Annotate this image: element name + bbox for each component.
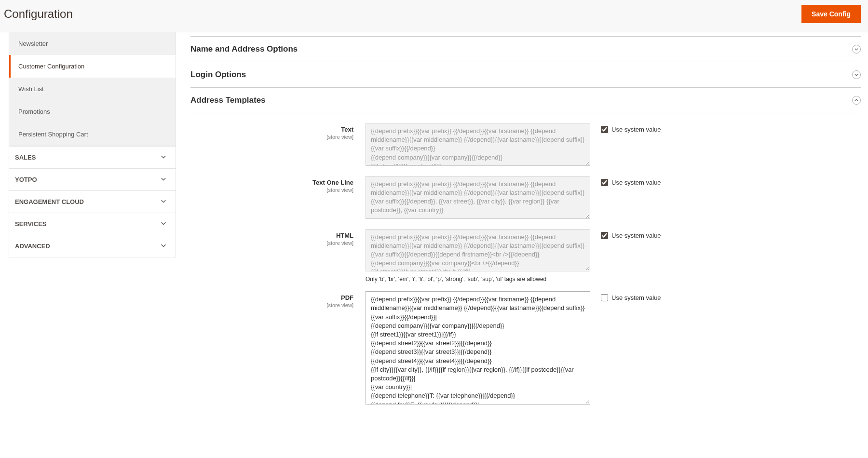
sidebar-item-wish-list[interactable]: Wish List	[9, 78, 176, 100]
scope-text: [store view]	[190, 302, 353, 308]
use-system-value-checkbox-pdf[interactable]	[601, 294, 608, 301]
label-text: HTML	[336, 232, 353, 239]
sidebar-item-promotions[interactable]: Promotions	[9, 100, 176, 123]
chevron-down-icon	[852, 70, 861, 79]
field-row-pdf: PDF [store view] Use system value	[190, 291, 861, 405]
field-row-text: Text [store view] Use system value	[190, 123, 861, 167]
section-address-templates[interactable]: Address Templates	[190, 88, 861, 113]
text-template-textarea[interactable]	[366, 123, 590, 166]
use-system-label[interactable]: Use system value	[611, 179, 661, 186]
use-system-wrap: Use system value	[590, 176, 661, 186]
save-config-button[interactable]: Save Config	[801, 5, 861, 23]
sidebar-group-label: SERVICES	[15, 220, 47, 228]
field-row-text-one-line: Text One Line [store view] Use system va…	[190, 176, 861, 220]
label-text: PDF	[341, 294, 353, 301]
scope-text: [store view]	[190, 187, 353, 193]
use-system-value-checkbox-text-one-line[interactable]	[601, 179, 608, 186]
sidebar-group-label: YOTPO	[15, 176, 37, 183]
label-text: Text One Line	[312, 179, 353, 186]
sidebar-item-newsletter[interactable]: Newsletter	[9, 32, 176, 55]
field-control	[366, 291, 590, 405]
field-label: HTML [store view]	[190, 229, 366, 246]
html-note: Only 'b', 'br', 'em', 'i', 'li', 'ol', '…	[366, 276, 590, 283]
label-text: Text	[341, 126, 353, 133]
section-title: Name and Address Options	[190, 44, 298, 54]
section-title: Login Options	[190, 70, 246, 80]
chevron-up-icon	[852, 96, 861, 105]
use-system-value-checkbox-html[interactable]	[601, 232, 608, 239]
chevron-down-icon	[160, 198, 167, 206]
field-control: Only 'b', 'br', 'em', 'i', 'li', 'ol', '…	[366, 229, 590, 283]
field-row-html: HTML [store view] Only 'b', 'br', 'em', …	[190, 229, 861, 283]
section-title: Address Templates	[190, 95, 266, 105]
sidebar-group-label: ENGAGEMENT CLOUD	[15, 198, 84, 205]
page-header: Configuration Save Config	[0, 0, 868, 32]
scope-text: [store view]	[190, 134, 353, 140]
page-title: Configuration	[4, 7, 73, 21]
chevron-down-icon	[160, 242, 167, 250]
sidebar-group-label: ADVANCED	[15, 242, 50, 250]
section-login-options[interactable]: Login Options	[190, 62, 861, 88]
field-label: PDF [store view]	[190, 291, 366, 308]
section-address-templates-body: Text [store view] Use system value Text …	[190, 113, 861, 406]
field-label: Text One Line [store view]	[190, 176, 366, 193]
use-system-wrap: Use system value	[590, 123, 661, 133]
field-control	[366, 123, 590, 167]
use-system-label[interactable]: Use system value	[611, 126, 661, 133]
use-system-label[interactable]: Use system value	[611, 232, 661, 239]
sidebar-group-nav: SALES YOTPO ENGAGEMENT CLOUD SERVICES AD…	[9, 146, 176, 257]
chevron-down-icon	[160, 220, 167, 228]
sidebar-group-sales[interactable]: SALES	[9, 146, 176, 168]
sidebar-group-services[interactable]: SERVICES	[9, 213, 176, 235]
use-system-wrap: Use system value	[590, 291, 661, 301]
sidebar-item-customer-configuration[interactable]: Customer Configuration	[9, 55, 176, 78]
sidebar-group-advanced[interactable]: ADVANCED	[9, 235, 176, 257]
chevron-down-icon	[160, 153, 167, 162]
scope-text: [store view]	[190, 240, 353, 246]
config-content: Name and Address Options Login Options A…	[176, 32, 868, 434]
sidebar-sub-nav: Newsletter Customer Configuration Wish L…	[9, 32, 176, 146]
pdf-template-textarea[interactable]	[366, 291, 590, 404]
text-one-line-template-textarea[interactable]	[366, 176, 590, 219]
use-system-value-checkbox-text[interactable]	[601, 126, 608, 133]
html-template-textarea[interactable]	[366, 229, 590, 272]
sidebar-group-label: SALES	[15, 154, 36, 161]
field-label: Text [store view]	[190, 123, 366, 140]
chevron-down-icon	[160, 175, 167, 184]
sidebar-item-persistent-shopping-cart[interactable]: Persistent Shopping Cart	[9, 123, 176, 146]
use-system-label[interactable]: Use system value	[611, 294, 661, 301]
sidebar-group-engagement-cloud[interactable]: ENGAGEMENT CLOUD	[9, 190, 176, 213]
sidebar-group-yotpo[interactable]: YOTPO	[9, 168, 176, 190]
field-control	[366, 176, 590, 220]
chevron-down-icon	[852, 45, 861, 54]
section-name-address-options[interactable]: Name and Address Options	[190, 36, 861, 62]
config-sidebar: Newsletter Customer Configuration Wish L…	[0, 32, 176, 434]
use-system-wrap: Use system value	[590, 229, 661, 239]
